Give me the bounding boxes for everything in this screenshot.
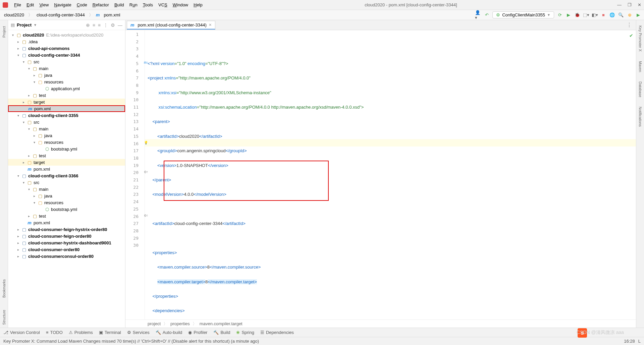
tree-item[interactable]: ▾▢main <box>8 125 125 132</box>
menu-build[interactable]: Build <box>112 2 126 8</box>
tree-item[interactable]: ▾▢src <box>8 179 125 186</box>
stripe-structure[interactable]: Structure <box>2 307 6 328</box>
tree-item[interactable]: ▾▢cloud-config-client-3366 <box>8 172 125 179</box>
dependencies-tool-button[interactable]: ☰Dependencies <box>260 330 294 335</box>
tab-options-icon[interactable]: ⋮ <box>623 22 636 28</box>
tree-item[interactable]: ⬡bootstrap.yml <box>8 206 125 213</box>
select-opened-file-icon[interactable]: ⊕ <box>86 22 90 28</box>
tree-item[interactable]: ▸▢cloud-consumerconsul-order80 <box>8 253 125 260</box>
coverage-icon[interactable]: ⬚▾ <box>583 12 589 18</box>
build-tool-button[interactable]: 🔨Build <box>213 330 230 335</box>
expand-all-icon[interactable]: ≡ <box>93 22 95 28</box>
editor-tab-active[interactable]: m pom.xml (cloud-config-center-3344) ✕ <box>127 21 215 30</box>
stop-icon[interactable]: ■ <box>600 12 606 18</box>
menu-code[interactable]: Code <box>75 2 89 8</box>
back-arrow-icon[interactable]: ↶ <box>484 12 490 18</box>
stripe-bookmarks[interactable]: Bookmarks <box>2 277 6 300</box>
sogou-ime-icon[interactable]: S <box>578 328 587 338</box>
tree-label: cloud-consumer-feign-hystrix-order80 <box>28 227 107 232</box>
todo-tool-button[interactable]: ≡TODO <box>46 330 63 335</box>
problems-tool-button[interactable]: ⚠Problems <box>69 330 93 335</box>
close-button[interactable]: ✕ <box>638 2 641 7</box>
tree-item[interactable]: ▸▢cloud-consumer-order80 <box>8 246 125 253</box>
vcs-tool-button[interactable]: ⎇Version Control <box>3 330 40 335</box>
menu-view[interactable]: View <box>37 2 51 8</box>
editor-crumb[interactable]: properties <box>170 321 190 326</box>
menu-tools[interactable]: Tools <box>141 2 155 8</box>
menu-navigate[interactable]: Navigate <box>52 2 73 8</box>
tree-item[interactable]: ▾▢main <box>8 186 125 192</box>
run-configuration-dropdown[interactable]: ⚙ ConfigClientMain3355 ▼ <box>492 11 554 18</box>
tree-item[interactable]: ▸▢test <box>8 152 125 159</box>
autobuild-tool-button[interactable]: 🔨Auto-build <box>156 330 182 335</box>
tree-item[interactable]: ⬡application.yml <box>8 85 125 92</box>
run-icon[interactable]: ▶ <box>566 12 572 18</box>
maximize-button[interactable]: ❐ <box>628 2 632 7</box>
menu-run[interactable]: Run <box>127 2 140 8</box>
tree-item[interactable]: ▸▢cloud-api-commons <box>8 45 125 52</box>
tree-item[interactable]: ▾▢main <box>8 65 125 72</box>
menu-edit[interactable]: Edit <box>24 2 36 8</box>
tree-item[interactable]: ▸▢java <box>8 72 125 78</box>
tree-item[interactable]: ▸▢java <box>8 192 125 199</box>
tree-item[interactable]: ⬡bootstrap.yml <box>8 146 125 152</box>
stripe-database[interactable]: Database <box>638 79 642 99</box>
tree-item[interactable]: ▾▢src <box>8 119 125 125</box>
tree-item[interactable]: mpom.xml <box>8 219 125 226</box>
tree-item[interactable]: ▾▢resources <box>8 199 125 206</box>
tree-item[interactable]: ▸▢cloud-consumer-feign-order80 <box>8 233 125 239</box>
menu-file[interactable]: File <box>12 2 23 8</box>
close-tab-icon[interactable]: ✕ <box>209 23 212 27</box>
profiler-tool-button[interactable]: ◉Profiler <box>188 330 207 335</box>
run-anything-icon[interactable]: ▶ <box>635 12 641 18</box>
tree-item[interactable]: mpom.xml <box>8 166 125 172</box>
menu-refactor[interactable]: Refactor <box>91 2 111 8</box>
inspection-ok-icon[interactable]: ✔ <box>629 32 633 40</box>
tree-item-selected-pom[interactable]: mpom.xml <box>8 105 125 112</box>
ide-update-icon[interactable]: ⊕ <box>627 12 633 18</box>
stripe-notifications[interactable]: Notifications <box>638 105 642 129</box>
translate-icon[interactable]: 🌐 <box>609 12 615 18</box>
terminal-tool-button[interactable]: ▣Terminal <box>99 330 121 335</box>
menu-vcs[interactable]: VCS <box>156 2 169 8</box>
minimize-button[interactable]: — <box>617 2 622 7</box>
editor-crumb[interactable]: project <box>148 321 161 326</box>
project-tree[interactable]: ▾▢cloud2020E:\idea-workspace\cloud2020 ▸… <box>8 30 125 328</box>
tree-item[interactable]: ▸▢.idea <box>8 38 125 45</box>
spring-tool-button[interactable]: ❀Spring <box>236 330 254 335</box>
menu-help[interactable]: Help <box>192 2 205 8</box>
tree-item[interactable]: ▾▢src <box>8 58 125 65</box>
tree-item[interactable]: ▾▢resources <box>8 78 125 85</box>
profiler-icon[interactable]: ◧▾ <box>592 12 598 18</box>
stripe-project[interactable]: Project <box>2 23 6 40</box>
services-tool-button[interactable]: ⚙Services <box>127 330 150 335</box>
tree-item[interactable]: ▸▢cloud-consumer-feign-hystrix-order80 <box>8 226 125 233</box>
collapse-all-icon[interactable]: ≡ <box>98 22 101 28</box>
breadcrumb-project[interactable]: cloud2020 <box>3 12 25 18</box>
tree-item[interactable]: ▾▢cloud-config-center-3344 <box>8 52 125 58</box>
tree-item-target[interactable]: ▸▢target <box>8 159 125 166</box>
view-mode-dropdown-icon[interactable]: ▼ <box>34 23 37 27</box>
hide-icon[interactable]: — <box>118 22 122 28</box>
build-icon[interactable]: ⟳ <box>557 12 563 18</box>
tree-item[interactable]: ▸▢cloud-consumer-hystrix-dashboard9001 <box>8 239 125 246</box>
breadcrumb-file[interactable]: pom.xml <box>102 12 121 18</box>
stripe-key-promoter[interactable]: Key Promoter X <box>638 23 642 54</box>
code-editor[interactable]: ✔ <?xml version="1.0" encoding="UTF-8"?>… <box>145 30 636 320</box>
breadcrumb-module[interactable]: cloud-config-center-3344 <box>35 12 86 18</box>
show-options-icon[interactable]: ⋮ <box>103 22 108 28</box>
settings-icon[interactable]: ⚙ <box>111 22 115 28</box>
editor-crumb[interactable]: maven.compiler.target <box>200 321 243 326</box>
search-icon[interactable]: 🔍 <box>618 12 624 18</box>
tree-item[interactable]: ▸▢test <box>8 213 125 219</box>
tree-item[interactable]: ▸▢java <box>8 132 125 139</box>
tree-item[interactable]: ▾▢resources <box>8 139 125 146</box>
tree-root[interactable]: ▾▢cloud2020E:\idea-workspace\cloud2020 <box>8 32 125 38</box>
tree-item[interactable]: ▸▢test <box>8 92 125 99</box>
stripe-maven[interactable]: Maven <box>638 59 642 74</box>
debug-icon[interactable]: 🐞 <box>574 12 580 18</box>
tree-item-target[interactable]: ▸▢target <box>8 99 125 105</box>
tree-item[interactable]: ▾▢cloud-config-client-3355 <box>8 112 125 119</box>
menu-window[interactable]: Window <box>171 2 190 8</box>
add-user-icon[interactable]: 👤▾ <box>475 12 481 18</box>
